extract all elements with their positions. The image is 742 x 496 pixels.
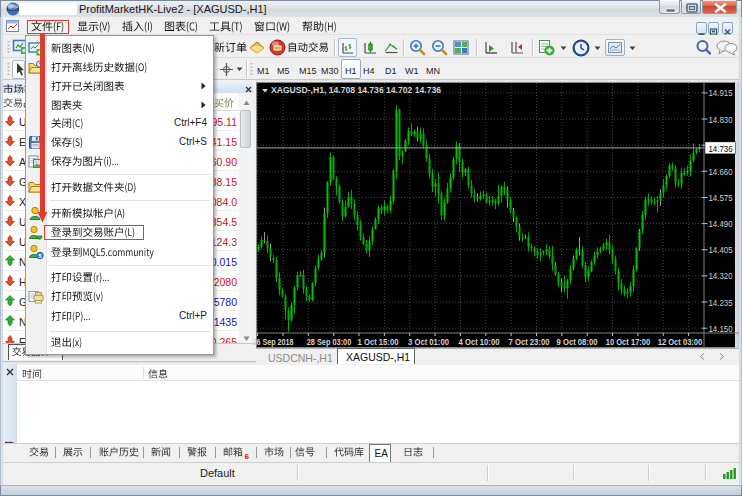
svg-text:14.150: 14.150 [709, 323, 733, 334]
svg-text:XAGUSD-,H1, 14.708 14.736 14.7: XAGUSD-,H1, 14.708 14.736 14.702 14.736 [271, 85, 441, 95]
svg-text:14.490: 14.490 [709, 218, 733, 229]
svg-text:14.660: 14.660 [709, 166, 733, 177]
svg-text:3 Oct 01:00: 3 Oct 01:00 [408, 337, 449, 347]
svg-text:14.830: 14.830 [709, 114, 733, 125]
svg-text:5: 5 [38, 253, 41, 259]
svg-text:14.575: 14.575 [709, 192, 733, 203]
svg-text:14.736: 14.736 [709, 143, 733, 154]
svg-text:28 Sep 03:00: 28 Sep 03:00 [307, 337, 352, 347]
svg-text:14.915: 14.915 [709, 87, 733, 98]
svg-text:PROFIT: PROFIT [8, 7, 18, 11]
svg-text:10 Oct 17:00: 10 Oct 17:00 [606, 337, 651, 347]
svg-text:4 Oct 10:00: 4 Oct 10:00 [459, 337, 500, 347]
svg-text:14.405: 14.405 [709, 244, 733, 255]
svg-text:26 Sep 2018: 26 Sep 2018 [253, 337, 294, 347]
svg-text:1 Oct 15:00: 1 Oct 15:00 [358, 337, 399, 347]
svg-text:14.320: 14.320 [709, 270, 733, 281]
svg-text:12 Oct 03:00: 12 Oct 03:00 [658, 337, 703, 347]
svg-text:7 Oct 23:00: 7 Oct 23:00 [509, 337, 550, 347]
svg-text:9 Oct 08:00: 9 Oct 08:00 [557, 337, 598, 347]
svg-text:14.235: 14.235 [709, 297, 733, 308]
